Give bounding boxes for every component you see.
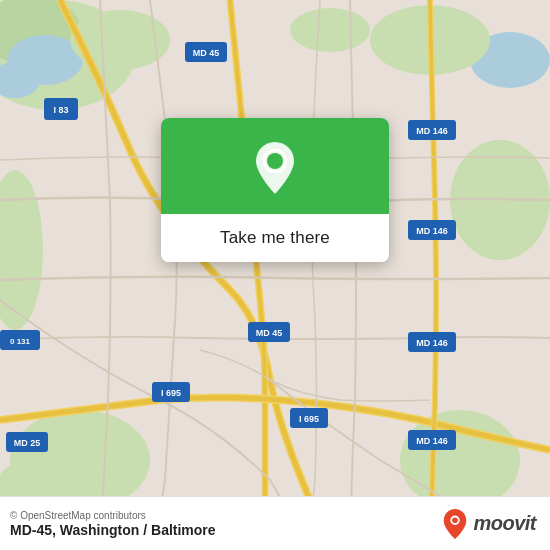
svg-point-36 bbox=[267, 153, 283, 169]
svg-point-8 bbox=[290, 8, 370, 52]
svg-text:I 83: I 83 bbox=[53, 105, 68, 115]
svg-text:MD 45: MD 45 bbox=[193, 48, 220, 58]
popup-header bbox=[161, 118, 389, 214]
svg-point-13 bbox=[400, 410, 520, 510]
svg-text:MD 146: MD 146 bbox=[416, 226, 448, 236]
svg-text:MD 45: MD 45 bbox=[256, 328, 283, 338]
moovit-logo: moovit bbox=[441, 508, 536, 540]
moovit-wordmark: moovit bbox=[473, 512, 536, 535]
popup-card: Take me there bbox=[161, 118, 389, 262]
take-me-there-button[interactable]: Take me there bbox=[161, 214, 389, 262]
svg-text:I 695: I 695 bbox=[161, 388, 181, 398]
svg-text:I 695: I 695 bbox=[299, 414, 319, 424]
svg-text:0 131: 0 131 bbox=[10, 337, 31, 346]
location-pin-icon bbox=[251, 140, 299, 196]
bottom-bar: © OpenStreetMap contributors MD-45, Wash… bbox=[0, 496, 550, 550]
map-background: I 83 MD 45 MD 45 MD 146 MD 146 MD 146 MD… bbox=[0, 0, 550, 550]
svg-text:MD 25: MD 25 bbox=[14, 438, 41, 448]
route-label: MD-45, Washington / Baltimore bbox=[10, 522, 216, 538]
map-container: I 83 MD 45 MD 45 MD 146 MD 146 MD 146 MD… bbox=[0, 0, 550, 550]
osm-credit: © OpenStreetMap contributors bbox=[10, 510, 216, 521]
moovit-pin-icon bbox=[441, 508, 469, 540]
svg-point-39 bbox=[453, 517, 459, 523]
svg-text:MD 146: MD 146 bbox=[416, 436, 448, 446]
bottom-left-info: © OpenStreetMap contributors MD-45, Wash… bbox=[10, 510, 216, 538]
svg-text:MD 146: MD 146 bbox=[416, 126, 448, 136]
svg-text:MD 146: MD 146 bbox=[416, 338, 448, 348]
